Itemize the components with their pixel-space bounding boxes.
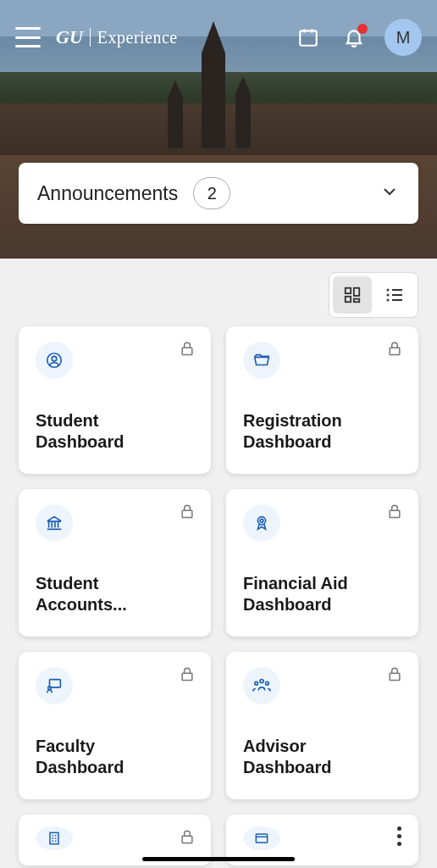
svg-rect-15 bbox=[390, 510, 400, 517]
brand-text: Experience bbox=[97, 28, 178, 47]
notifications-button[interactable] bbox=[339, 22, 369, 53]
lock-icon bbox=[386, 340, 403, 360]
card-title: Registration Dashboard bbox=[243, 410, 401, 453]
svg-rect-3 bbox=[346, 297, 351, 302]
card-title: Student Accounts... bbox=[36, 573, 194, 616]
lock-icon bbox=[179, 828, 196, 849]
view-toggle-row bbox=[0, 259, 437, 326]
lock-icon bbox=[179, 665, 196, 686]
svg-rect-4 bbox=[354, 299, 359, 303]
svg-point-6 bbox=[387, 294, 390, 297]
svg-rect-11 bbox=[390, 348, 400, 354]
svg-point-21 bbox=[266, 682, 269, 685]
card-title: Advisor Dashboard bbox=[243, 736, 401, 779]
top-bar: GU Experience M bbox=[0, 0, 437, 75]
person-icon bbox=[36, 342, 73, 379]
chevron-down-icon bbox=[379, 181, 400, 205]
home-indicator bbox=[142, 857, 295, 861]
card-title: Student Dashboard bbox=[36, 410, 194, 453]
list-icon bbox=[384, 285, 405, 305]
svg-point-5 bbox=[387, 289, 390, 292]
view-toggle bbox=[329, 272, 418, 318]
lock-icon bbox=[386, 503, 403, 523]
card-generic-icon bbox=[243, 826, 280, 850]
svg-point-20 bbox=[255, 682, 258, 685]
bank-icon bbox=[36, 504, 73, 542]
brand-divider bbox=[90, 28, 91, 47]
svg-point-17 bbox=[48, 687, 52, 690]
svg-point-9 bbox=[52, 356, 57, 361]
svg-rect-16 bbox=[50, 680, 61, 687]
lock-icon bbox=[179, 503, 196, 523]
card-faculty-dashboard[interactable]: Faculty Dashboard bbox=[19, 652, 211, 799]
card-title: Faculty Dashboard bbox=[36, 736, 194, 779]
svg-rect-10 bbox=[182, 348, 192, 354]
calendar-icon bbox=[297, 26, 319, 48]
calendar-button[interactable] bbox=[293, 22, 324, 53]
card-student-accounts[interactable]: Student Accounts... bbox=[19, 489, 211, 637]
svg-rect-18 bbox=[182, 673, 192, 680]
announcements-dropdown[interactable]: Announcements 2 bbox=[19, 163, 418, 224]
card-financial-aid-dashboard[interactable]: Financial Aid Dashboard bbox=[226, 489, 418, 637]
card-registration-dashboard[interactable]: Registration Dashboard bbox=[226, 326, 418, 474]
svg-rect-2 bbox=[354, 288, 359, 296]
svg-rect-1 bbox=[346, 288, 351, 293]
svg-rect-24 bbox=[182, 836, 192, 843]
svg-rect-22 bbox=[390, 673, 400, 680]
menu-button[interactable] bbox=[15, 27, 41, 47]
hero-banner: GU Experience M Announcements 2 bbox=[0, 0, 437, 259]
card-grid: Student Dashboard Registration Dashboard… bbox=[0, 326, 437, 865]
lock-icon bbox=[179, 340, 196, 360]
svg-point-7 bbox=[387, 299, 390, 302]
list-view-button[interactable] bbox=[375, 276, 414, 314]
building-icon bbox=[36, 826, 73, 850]
folder-icon bbox=[243, 342, 280, 379]
avatar-button[interactable]: M bbox=[384, 19, 422, 56]
brand: GU Experience bbox=[56, 26, 178, 48]
svg-rect-0 bbox=[300, 31, 317, 45]
brand-gu: GU bbox=[56, 26, 83, 48]
notification-dot bbox=[357, 24, 368, 34]
grid-icon bbox=[343, 286, 362, 304]
svg-rect-23 bbox=[50, 832, 58, 843]
svg-rect-25 bbox=[256, 834, 267, 843]
avatar-initial: M bbox=[396, 28, 411, 47]
ribbon-icon bbox=[243, 504, 280, 542]
svg-rect-12 bbox=[182, 510, 192, 517]
svg-point-13 bbox=[257, 517, 265, 525]
svg-point-14 bbox=[260, 519, 263, 522]
card-student-dashboard[interactable]: Student Dashboard bbox=[19, 326, 211, 474]
people-icon bbox=[243, 667, 280, 704]
teacher-icon bbox=[36, 667, 73, 704]
announcements-label: Announcements bbox=[37, 182, 178, 205]
svg-point-19 bbox=[260, 679, 263, 682]
announcements-count-badge: 2 bbox=[193, 177, 230, 209]
lock-icon bbox=[386, 665, 403, 686]
grid-view-button[interactable] bbox=[333, 276, 372, 314]
card-advisor-dashboard[interactable]: Advisor Dashboard bbox=[226, 652, 418, 799]
card-title: Financial Aid Dashboard bbox=[243, 573, 401, 616]
kebab-menu[interactable] bbox=[397, 826, 401, 846]
